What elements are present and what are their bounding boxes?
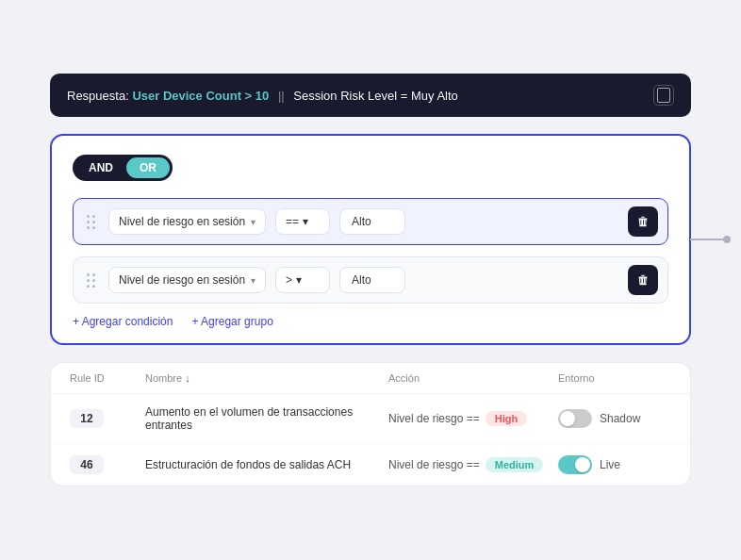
delete-button-1[interactable] <box>628 206 658 237</box>
field-label-1: Nivel de riesgo en sesión <box>119 215 245 228</box>
action-text-1: Nivel de riesgo == <box>388 412 480 425</box>
value-field-2[interactable]: Alto <box>339 267 405 293</box>
trash-icon-1 <box>636 215 650 228</box>
operator-select-1[interactable]: == ▾ <box>275 208 330 235</box>
connector-dot <box>723 236 731 243</box>
operator-label-1: == <box>286 215 299 228</box>
table-row-2: 46 Estructuración de fondos de salidas A… <box>51 444 690 486</box>
copy-button[interactable] <box>653 85 674 106</box>
action-cell-2: Nivel de riesgo == Medium <box>388 457 558 472</box>
or-button[interactable]: OR <box>126 157 170 178</box>
chevron-1: ▾ <box>251 217 255 227</box>
rule-name-2: Estructuración de fondos de salidas ACH <box>145 458 388 471</box>
drag-handle-2[interactable] <box>83 270 99 291</box>
col-nombre[interactable]: Nombre <box>145 372 388 384</box>
and-or-toggle[interactable]: AND OR <box>73 155 173 181</box>
condition-row-2: Nivel de riesgo en sesión ▾ > ▾ Alto <box>73 256 668 304</box>
risk-badge-1: High <box>486 411 527 426</box>
add-links: + Agregar condición + Agregar grupo <box>73 315 668 328</box>
op-chevron-1: ▾ <box>303 215 308 228</box>
add-condition-link[interactable]: + Agregar condición <box>73 315 173 328</box>
risk-badge-2: Medium <box>486 457 544 472</box>
action-text-2: Nivel de riesgo == <box>388 458 480 471</box>
field-select-1[interactable]: Nivel de riesgo en sesión ▾ <box>108 208 266 235</box>
response-rest: Session Risk Level = Muy Alto <box>293 89 458 103</box>
results-card: Rule ID Nombre Acción Entorno 12 Aumento… <box>50 362 691 486</box>
entorno-cell-2: Live <box>558 455 671 474</box>
field-label-2: Nivel de riesgo en sesión <box>119 273 245 287</box>
and-button[interactable]: AND <box>75 157 126 178</box>
add-group-link[interactable]: + Agregar grupo <box>191 315 272 328</box>
value-field-1[interactable]: Alto <box>339 208 405 235</box>
env-label-2: Live <box>600 458 620 471</box>
field-select-2[interactable]: Nivel de riesgo en sesión ▾ <box>108 267 266 293</box>
col-rule-id: Rule ID <box>70 372 145 384</box>
main-container: Respuesta: User Device Count > 10 || Ses… <box>50 74 691 486</box>
operator-label-2: > <box>286 273 292 287</box>
entorno-cell-1: Shadow <box>558 409 671 428</box>
response-label: Respuesta: <box>67 89 129 103</box>
response-bar: Respuesta: User Device Count > 10 || Ses… <box>50 74 691 117</box>
condition-card: AND OR Nivel de riesgo en sesión ▾ == ▾ … <box>50 134 691 345</box>
op-chevron-2: ▾ <box>296 273 302 287</box>
delete-button-2[interactable] <box>628 265 658 295</box>
connector-right <box>690 236 731 243</box>
response-highlight: User Device Count > 10 <box>132 89 269 103</box>
table-row-1: 12 Aumento en el volumen de transaccione… <box>51 394 690 444</box>
chevron-2: ▾ <box>251 275 255 286</box>
operator-select-2[interactable]: > ▾ <box>275 267 330 293</box>
rule-id-badge-2: 46 <box>70 455 104 474</box>
env-label-1: Shadow <box>600 412 640 425</box>
connector-line <box>690 239 724 240</box>
toggle-switch-2[interactable] <box>558 455 592 474</box>
col-entorno: Entorno <box>558 372 671 384</box>
rule-id-badge-1: 12 <box>70 409 104 428</box>
rule-id-cell-1: 12 <box>70 409 145 428</box>
response-text: Respuesta: User Device Count > 10 || Ses… <box>67 89 458 103</box>
trash-icon-2 <box>636 273 650 287</box>
table-header: Rule ID Nombre Acción Entorno <box>51 363 690 394</box>
condition-row-1: Nivel de riesgo en sesión ▾ == ▾ Alto <box>73 198 668 245</box>
rule-name-1: Aumento en el volumen de transacciones e… <box>145 405 388 432</box>
rule-id-cell-2: 46 <box>70 455 145 474</box>
col-accion: Acción <box>388 372 558 384</box>
drag-handle-1[interactable] <box>83 211 99 233</box>
action-cell-1: Nivel de riesgo == High <box>388 411 558 426</box>
toggle-switch-1[interactable] <box>558 409 592 428</box>
response-separator: || <box>278 89 285 103</box>
